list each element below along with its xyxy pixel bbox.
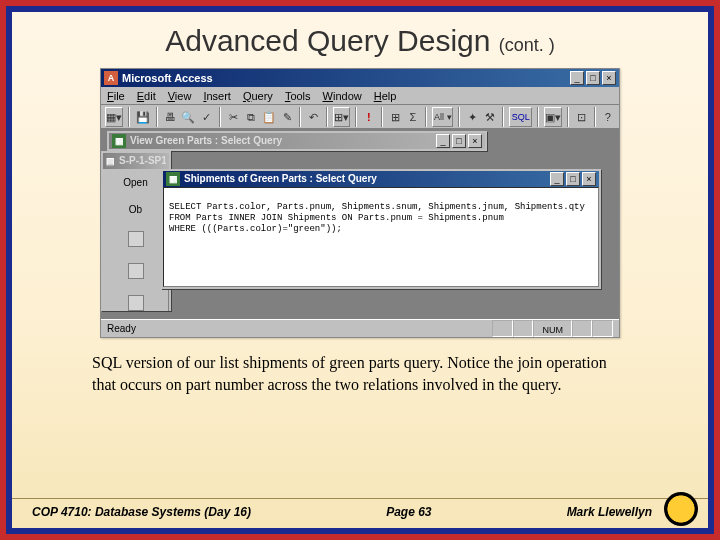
footer-left: COP 4710: Database Systems (Day 16) [32, 505, 251, 519]
child3-min[interactable]: _ [550, 172, 564, 186]
access-icon: A [104, 71, 118, 85]
menu-view[interactable]: View [168, 87, 192, 104]
close-button[interactable]: × [602, 71, 616, 85]
forms-tab-icon[interactable] [128, 295, 144, 311]
new-object-icon[interactable]: ▣▾ [544, 107, 562, 127]
child3-max[interactable]: □ [566, 172, 580, 186]
spell-icon[interactable]: ✓ [199, 107, 213, 127]
totals-icon[interactable]: Σ [406, 107, 420, 127]
status-left: Ready [107, 320, 136, 337]
child2-title: S-P-1-SP1 : Database [119, 153, 166, 169]
status-cell-4 [572, 320, 593, 337]
tables-tab-icon[interactable] [128, 231, 144, 247]
minimize-button[interactable]: _ [570, 71, 584, 85]
mdi-area: ▦ View Green Parts : Select Query _ □ × … [101, 129, 619, 319]
properties-icon[interactable]: ✦ [465, 107, 479, 127]
save-icon[interactable]: 💾 [135, 107, 151, 127]
slide-caption: SQL version of our list shipments of gre… [92, 352, 628, 396]
app-title: Microsoft Access [122, 69, 213, 87]
child3-titlebar: ▦ Shipments of Green Parts : Select Quer… [163, 171, 599, 187]
menu-query[interactable]: Query [243, 87, 273, 104]
maximize-button[interactable]: □ [586, 71, 600, 85]
ob-label: Ob [129, 204, 142, 215]
query-type-icon[interactable]: ⊞▾ [333, 107, 350, 127]
menu-edit[interactable]: Edit [137, 87, 156, 104]
child1-title: View Green Parts : Select Query [130, 133, 282, 149]
cut-icon[interactable]: ✂ [226, 107, 240, 127]
child-window-sql[interactable]: ▦ Shipments of Green Parts : Select Quer… [161, 169, 601, 289]
copy-icon[interactable]: ⧉ [243, 107, 257, 127]
status-numlock: NUM [533, 320, 572, 337]
access-window: A Microsoft Access _ □ × File Edit View … [100, 68, 620, 338]
app-titlebar: A Microsoft Access _ □ × [101, 69, 619, 87]
query-icon-2: ▦ [166, 172, 180, 186]
child-window-1[interactable]: ▦ View Green Parts : Select Query _ □ × [107, 131, 487, 151]
status-cell-1 [492, 320, 513, 337]
footer-page: Page 63 [251, 505, 567, 519]
run-icon[interactable]: ! [362, 107, 376, 127]
undo-icon[interactable]: ↶ [306, 107, 320, 127]
child1-titlebar: ▦ View Green Parts : Select Query _ □ × [109, 133, 485, 149]
title-cont: (cont. ) [499, 35, 555, 55]
ucf-logo [664, 492, 698, 526]
child2-titlebar: ▤ S-P-1-SP1 : Database [103, 153, 169, 169]
footer-author: Mark Llewellyn [567, 505, 652, 519]
db-window-icon[interactable]: ⊡ [574, 107, 588, 127]
menubar: File Edit View Insert Query Tools Window… [101, 87, 619, 105]
show-table-icon[interactable]: ⊞ [388, 107, 402, 127]
status-cell-5 [592, 320, 613, 337]
child1-max[interactable]: □ [452, 134, 466, 148]
menu-window[interactable]: Window [323, 87, 362, 104]
sql-line-3: WHERE (((Parts.color)="green")); [169, 224, 342, 234]
sql-line-2: FROM Parts INNER JOIN Shipments ON Parts… [169, 213, 504, 223]
menu-help[interactable]: Help [374, 87, 397, 104]
query-icon: ▦ [112, 134, 126, 148]
sql-line-1: SELECT Parts.color, Parts.pnum, Shipment… [169, 202, 585, 212]
status-cell-2 [513, 320, 534, 337]
toolbar: ▦▾ 💾 🖶 🔍 ✓ ✂ ⧉ 📋 ✎ ↶ ⊞▾ ! ⊞ Σ All ▾ ✦ [101, 105, 619, 129]
format-icon[interactable]: ✎ [280, 107, 294, 127]
preview-icon[interactable]: 🔍 [180, 107, 196, 127]
child3-close[interactable]: × [582, 172, 596, 186]
db-sidepanel: Open Ob [103, 169, 169, 311]
open-label[interactable]: Open [123, 177, 147, 188]
slide-title: Advanced Query Design (cont. ) [12, 12, 708, 64]
sql-view-button[interactable]: SQL [509, 107, 532, 127]
help-icon[interactable]: ? [601, 107, 615, 127]
print-icon[interactable]: 🖶 [163, 107, 177, 127]
menu-tools[interactable]: Tools [285, 87, 311, 104]
title-main: Advanced Query Design [165, 24, 499, 57]
slide-footer: COP 4710: Database Systems (Day 16) Page… [12, 498, 708, 524]
top-values[interactable]: All ▾ [432, 107, 453, 127]
child3-title: Shipments of Green Parts : Select Query [184, 171, 377, 187]
statusbar: Ready NUM [101, 319, 619, 337]
paste-icon[interactable]: 📋 [261, 107, 277, 127]
view-button[interactable]: ▦▾ [105, 107, 123, 127]
builder-icon[interactable]: ⚒ [483, 107, 497, 127]
child1-min[interactable]: _ [436, 134, 450, 148]
db-icon: ▤ [106, 154, 115, 168]
child1-close[interactable]: × [468, 134, 482, 148]
menu-insert[interactable]: Insert [203, 87, 231, 104]
menu-file[interactable]: File [107, 87, 125, 104]
sql-text-pane[interactable]: SELECT Parts.color, Parts.pnum, Shipment… [163, 187, 599, 287]
queries-tab-icon[interactable] [128, 263, 144, 279]
